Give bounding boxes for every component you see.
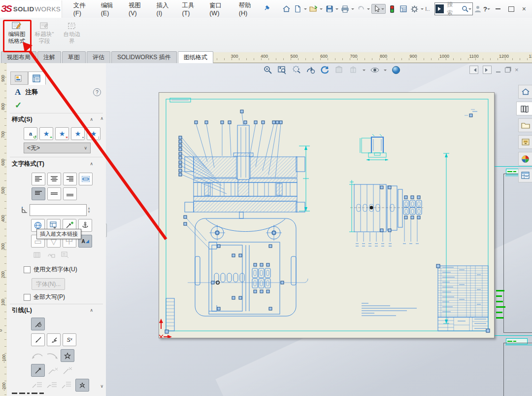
previous-window-button[interactable]: [469, 66, 478, 74]
leader-collapse-icon[interactable]: ∧: [90, 308, 93, 313]
overall-dimension[interactable]: [443, 153, 449, 324]
view-settings-icon[interactable]: [391, 65, 401, 75]
minimize-button[interactable]: [496, 8, 500, 9]
technical-notes[interactable]: [362, 303, 417, 316]
ribbon-tab[interactable]: 图纸格式: [178, 51, 213, 63]
traffic-light-icon[interactable]: [387, 3, 397, 14]
help-button[interactable]: ?: [483, 5, 487, 13]
pin-icon[interactable]: [264, 4, 270, 13]
panel-scroll-down[interactable]: ∨: [100, 384, 103, 389]
angle-spinner[interactable]: ∧∨: [88, 207, 90, 213]
menu-item[interactable]: 文件(F): [69, 0, 97, 19]
text-format-collapse-icon[interactable]: ∧: [90, 161, 93, 166]
use-document-font-checkbox[interactable]: [24, 266, 31, 273]
open-dropdown[interactable]: [320, 8, 323, 11]
print-dropdown[interactable]: [351, 8, 354, 11]
panel-scroll-up[interactable]: ∧: [100, 116, 103, 121]
panel-help-icon[interactable]: ?: [93, 88, 101, 96]
open-icon[interactable]: [308, 3, 319, 14]
close-button[interactable]: ×: [522, 5, 526, 12]
drawing-sheet[interactable]: [159, 92, 495, 338]
style-dropdown[interactable]: <无> ∨: [24, 143, 91, 153]
tab-property-manager[interactable]: [28, 72, 46, 85]
home-icon[interactable]: [281, 3, 292, 14]
new-document-icon[interactable]: [293, 3, 303, 14]
align-middle-button[interactable]: [47, 187, 61, 200]
justify-button[interactable]: [79, 173, 93, 185]
style-collapse-icon[interactable]: ∧: [90, 117, 93, 122]
doc-close-button[interactable]: ×: [515, 66, 519, 73]
next-window-button[interactable]: [483, 66, 492, 74]
no-leader-button[interactable]: [31, 318, 45, 330]
taskpane-file-explorer-tab[interactable]: [518, 135, 532, 149]
options-gear-icon[interactable]: [409, 3, 420, 14]
menu-item[interactable]: 编辑(E): [97, 0, 124, 19]
bom-table[interactable]: [438, 266, 488, 317]
delete-style-button[interactable]: ★×: [55, 127, 69, 140]
save-style-button[interactable]: ★▪: [71, 127, 85, 140]
panel-splitter-handle[interactable]: [106, 223, 107, 237]
save-dropdown[interactable]: [335, 8, 338, 11]
bom-handle-bottomright[interactable]: [486, 329, 490, 332]
redraw-icon[interactable]: [320, 65, 331, 75]
spinner-down-icon[interactable]: ∨: [88, 210, 90, 213]
detail-view[interactable]: [360, 134, 388, 161]
plan-handles[interactable]: [184, 216, 284, 310]
ribbon-tab[interactable]: SOLIDWORKS 插件: [111, 51, 177, 63]
align-bottom-button[interactable]: [63, 187, 77, 200]
strip-layout-view[interactable]: [349, 180, 423, 246]
align-top-button[interactable]: [32, 187, 45, 200]
menu-item[interactable]: 插入(I): [152, 0, 177, 19]
title-block[interactable]: [438, 317, 488, 331]
taskpane-appearances-tab[interactable]: [518, 152, 532, 166]
ribbon-tab[interactable]: 注解: [37, 51, 61, 63]
doc-restore-button[interactable]: [505, 68, 510, 72]
add-style-button[interactable]: ★+: [39, 127, 53, 140]
select-dropdown[interactable]: [381, 8, 384, 11]
drawing-sheet-canvas[interactable]: [159, 93, 494, 338]
search-dropdown[interactable]: [468, 8, 471, 11]
text-format-section-header[interactable]: 文字格式(T): [12, 160, 44, 168]
corner-handle[interactable]: [165, 330, 168, 333]
hide-show-items-icon[interactable]: [369, 65, 380, 75]
menu-item[interactable]: 窗口(W): [205, 0, 234, 19]
bent-leader-button[interactable]: [47, 333, 61, 346]
maximize-button[interactable]: [508, 6, 514, 12]
spline-leader-button[interactable]: Sˣ: [63, 333, 76, 346]
all-caps-checkbox[interactable]: [24, 294, 31, 301]
taskpane-design-library-tab[interactable]: [518, 118, 532, 132]
menu-item[interactable]: 帮助(H): [234, 0, 263, 19]
help-dropdown[interactable]: [487, 8, 490, 11]
menu-item[interactable]: 工具(T): [177, 0, 205, 19]
overflow-button[interactable]: I..: [425, 6, 430, 12]
search-input[interactable]: 搜索: [444, 0, 461, 17]
menu-item[interactable]: 视图(V): [124, 0, 152, 19]
load-style-button[interactable]: ★↓: [87, 127, 100, 140]
revision-table[interactable]: [166, 298, 174, 331]
style-section-header[interactable]: 样式(S): [12, 115, 33, 124]
print-icon[interactable]: [340, 3, 350, 14]
plan-view[interactable]: [184, 216, 308, 316]
section-dimension[interactable]: [299, 146, 310, 211]
taskpane-resources-tab[interactable]: [516, 102, 532, 115]
ok-button[interactable]: ✓: [15, 100, 22, 110]
ribbon-tab[interactable]: 视图布局: [1, 51, 36, 63]
leader-section-header[interactable]: 引线(L): [12, 306, 32, 315]
zoom-to-area-icon[interactable]: [277, 65, 288, 75]
options-dropdown[interactable]: [421, 8, 424, 11]
new-document-dropdown[interactable]: [304, 8, 307, 11]
align-left-button[interactable]: [32, 173, 45, 185]
ribbon-tab[interactable]: 评估: [87, 51, 110, 63]
select-tool[interactable]: [371, 4, 386, 14]
apply-default-style-button[interactable]: a↺: [24, 127, 37, 140]
align-right-button[interactable]: [63, 173, 77, 185]
save-icon[interactable]: [324, 3, 334, 14]
leader-x-button[interactable]: [31, 364, 45, 377]
search-box[interactable]: 搜索: [434, 2, 473, 15]
align-center-button[interactable]: [47, 173, 61, 185]
taskpane-custom-properties-tab[interactable]: [518, 169, 532, 182]
tab-feature-manager[interactable]: [10, 72, 28, 85]
hide-show-dropdown[interactable]: [384, 70, 387, 72]
angle-input[interactable]: [30, 204, 87, 216]
doc-minimize-button[interactable]: [496, 72, 500, 72]
